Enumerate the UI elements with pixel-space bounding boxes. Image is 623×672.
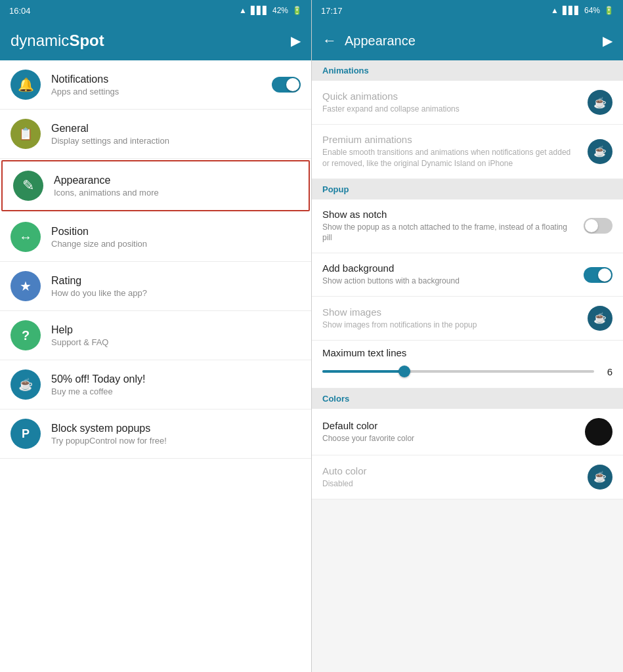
colors-section-header: Colors [312, 388, 623, 409]
help-text: Help Support & FAQ [51, 324, 301, 347]
menu-item-coffee[interactable]: ☕ 50% off! Today only! Buy me a coffee [0, 360, 311, 410]
menu-item-rating[interactable]: ★ Rating How do you like the app? [0, 262, 311, 311]
general-text: General Display settings and interaction [51, 123, 301, 146]
right-panel: 17:17 ▲ ▋▋▋ 64% 🔋 ← Appearance ▶ Animati… [311, 0, 623, 672]
quick-animations-premium-icon: ☕ [588, 90, 612, 115]
app-title-bold: Spot [69, 32, 104, 49]
menu-item-position[interactable]: ↔ Position Change size and position [0, 213, 311, 262]
left-panel: 16:04 ▲ ▋▋▋ 42% 🔋 dynamicSpot ▶ 🔔 Notifi… [0, 0, 311, 672]
premium-animations-subtitle: Enable smooth transitions and animations… [322, 147, 580, 169]
setting-quick-animations[interactable]: Quick animations Faster expand and colla… [312, 81, 623, 125]
menu-item-help[interactable]: ? Help Support & FAQ [0, 311, 311, 360]
appearance-subtitle: Icons, animations and more [54, 188, 298, 198]
menu-item-appearance[interactable]: ✎ Appearance Icons, animations and more [1, 160, 310, 211]
add-background-title: Add background [322, 262, 576, 274]
setting-auto-color[interactable]: Auto color Disabled ☕ [312, 455, 623, 499]
premium-animations-text: Premium animations Enable smooth transit… [322, 134, 588, 169]
slider-value: 6 [602, 366, 612, 377]
left-time: 16:04 [9, 6, 31, 16]
animations-section-header: Animations [312, 60, 623, 81]
quick-animations-text: Quick animations Faster expand and colla… [322, 91, 588, 115]
block-subtitle: Try popupControl now for free! [51, 436, 301, 446]
auto-color-premium-icon: ☕ [588, 465, 612, 490]
show-notch-toggle[interactable] [584, 218, 612, 234]
add-background-toggle[interactable] [584, 267, 612, 283]
notifications-toggle[interactable] [272, 77, 301, 93]
position-icon: ↔ [11, 222, 41, 252]
settings-content: Animations Quick animations Faster expan… [312, 60, 623, 672]
rating-text: Rating How do you like the app? [51, 275, 301, 298]
default-color-text: Default color Choose your favorite color [322, 420, 585, 444]
general-icon: 📋 [11, 119, 41, 149]
position-title: Position [51, 226, 301, 238]
slider-label: Maximum text lines [322, 347, 612, 358]
menu-item-notifications[interactable]: 🔔 Notifications Apps and settings [0, 60, 311, 110]
setting-show-as-notch[interactable]: Show as notch Show the popup as a notch … [312, 200, 623, 254]
help-icon: ? [11, 320, 41, 350]
setting-premium-animations[interactable]: Premium animations Enable smooth transit… [312, 125, 623, 179]
block-icon: P [11, 419, 41, 449]
right-status-icons: ▲ ▋▋▋ 64% 🔋 [551, 6, 614, 15]
left-play-button[interactable]: ▶ [291, 33, 301, 49]
block-text: Block system popups Try popupControl now… [51, 423, 301, 446]
setting-add-background[interactable]: Add background Show action buttons with … [312, 253, 623, 297]
app-header: dynamicSpot ▶ [0, 21, 311, 60]
slider-thumb[interactable] [398, 366, 410, 377]
left-status-icons: ▲ ▋▋▋ 42% 🔋 [239, 6, 302, 15]
right-play-button[interactable]: ▶ [603, 33, 612, 49]
auto-color-title: Auto color [322, 465, 580, 476]
show-images-subtitle: Show images from notifications in the po… [322, 320, 580, 331]
left-status-bar: 16:04 ▲ ▋▋▋ 42% 🔋 [0, 0, 311, 21]
show-notch-subtitle: Show the popup as a notch attached to th… [322, 222, 576, 244]
rating-subtitle: How do you like the app? [51, 288, 301, 298]
battery-left: 42% [272, 6, 288, 15]
signal-icon: ▋▋▋ [251, 6, 269, 15]
premium-animations-icon: ☕ [588, 139, 612, 164]
menu-item-block[interactable]: P Block system popups Try popupControl n… [0, 410, 311, 459]
auto-color-text: Auto color Disabled [322, 465, 588, 490]
coffee-title: 50% off! Today only! [51, 373, 301, 385]
help-title: Help [51, 324, 301, 336]
back-button[interactable]: ← [322, 32, 337, 49]
app-title-light: dynamic [11, 32, 69, 49]
show-images-premium-icon: ☕ [588, 306, 612, 331]
add-background-subtitle: Show action buttons with a background [322, 276, 576, 287]
rating-icon: ★ [11, 271, 41, 301]
coffee-subtitle: Buy me a coffee [51, 387, 301, 396]
premium-animations-title: Premium animations [322, 134, 580, 145]
default-color-subtitle: Choose your favorite color [322, 433, 577, 444]
right-status-bar: 17:17 ▲ ▋▋▋ 64% 🔋 [312, 0, 623, 21]
popup-section-header: Popup [312, 179, 623, 200]
notifications-text: Notifications Apps and settings [51, 74, 272, 96]
appearance-text: Appearance Icons, animations and more [54, 175, 298, 198]
show-images-text: Show images Show images from notificatio… [322, 306, 588, 331]
coffee-icon: ☕ [11, 369, 41, 400]
right-battery: 64% [584, 6, 600, 15]
appearance-header: ← Appearance ▶ [312, 21, 623, 60]
appearance-icon: ✎ [13, 171, 43, 201]
setting-default-color[interactable]: Default color Choose your favorite color [312, 409, 623, 455]
right-header-title: Appearance [345, 33, 603, 49]
default-color-title: Default color [322, 420, 577, 431]
help-subtitle: Support & FAQ [51, 337, 301, 347]
notifications-title: Notifications [51, 74, 272, 85]
notifications-subtitle: Apps and settings [51, 87, 272, 96]
menu-item-general[interactable]: 📋 General Display settings and interacti… [0, 110, 311, 159]
quick-animations-subtitle: Faster expand and collapse animations [322, 104, 580, 115]
setting-show-images[interactable]: Show images Show images from notificatio… [312, 297, 623, 341]
battery-icon-left: 🔋 [292, 6, 302, 15]
menu-list: 🔔 Notifications Apps and settings 📋 Gene… [0, 60, 311, 672]
position-text: Position Change size and position [51, 226, 301, 249]
general-title: General [51, 123, 301, 135]
right-battery-icon: 🔋 [604, 6, 614, 15]
general-subtitle: Display settings and interaction [51, 136, 301, 146]
slider-fill [322, 370, 404, 373]
add-background-text: Add background Show action buttons with … [322, 262, 584, 287]
auto-color-subtitle: Disabled [322, 478, 580, 490]
app-title: dynamicSpot [11, 32, 104, 50]
rating-title: Rating [51, 275, 301, 287]
appearance-title: Appearance [54, 175, 298, 186]
default-color-swatch[interactable] [585, 418, 612, 446]
show-notch-title: Show as notch [322, 209, 576, 220]
slider-track[interactable] [322, 370, 594, 373]
